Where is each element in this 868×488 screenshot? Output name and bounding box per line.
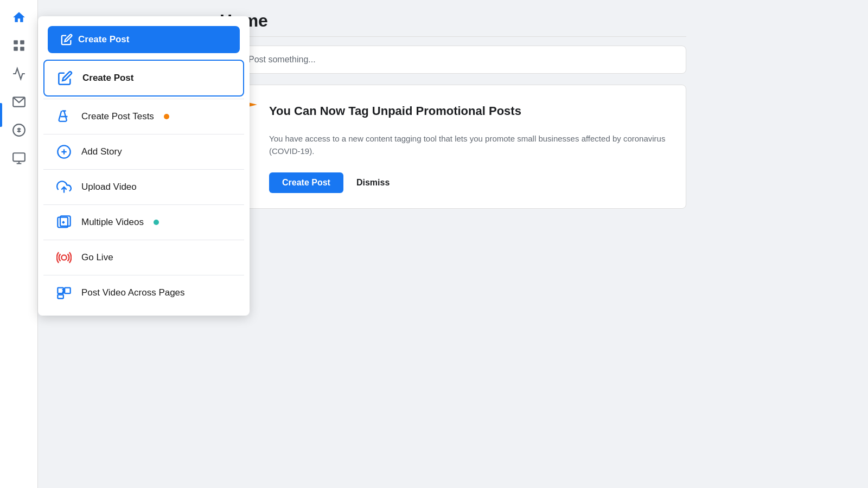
cross-post-icon	[54, 283, 74, 303]
sidebar	[0, 0, 38, 488]
promo-header: You Can Now Tag Unpaid Promotional Posts	[235, 98, 671, 124]
post-bar-placeholder: Post something...	[248, 55, 316, 65]
sidebar-item-monetization[interactable]	[7, 118, 31, 142]
promo-dismiss-button[interactable]: Dismiss	[352, 172, 394, 193]
plus-circle-icon	[54, 142, 74, 162]
edit-icon	[55, 68, 75, 88]
menu-item-create-post-label: Create Post	[82, 73, 133, 84]
active-indicator	[0, 103, 2, 127]
svg-rect-20	[58, 295, 63, 299]
promo-actions: Create Post Dismiss	[235, 172, 671, 193]
post-something-bar[interactable]: Post something...	[220, 46, 686, 74]
menu-item-create-post[interactable]: Create Post	[43, 60, 244, 97]
promo-create-post-button[interactable]: Create Post	[269, 172, 343, 193]
svg-rect-7	[13, 153, 25, 161]
multi-video-icon	[54, 213, 74, 232]
svg-point-17	[61, 255, 66, 260]
menu-item-create-post-tests-label: Create Post Tests	[81, 111, 154, 122]
menu-item-go-live[interactable]: Go Live	[43, 240, 244, 275]
menu-item-add-story[interactable]: Add Story	[43, 134, 244, 169]
svg-rect-3	[20, 47, 24, 51]
promo-title: You Can Now Tag Unpaid Promotional Posts	[269, 104, 521, 118]
live-icon	[54, 248, 74, 267]
menu-item-multiple-videos[interactable]: Multiple Videos	[43, 204, 244, 240]
multiple-videos-badge	[154, 220, 159, 225]
svg-rect-1	[20, 40, 24, 44]
flask-icon	[54, 107, 74, 126]
create-post-tests-badge	[164, 114, 169, 119]
promo-body: You have access to a new content tagging…	[235, 133, 671, 157]
page-title: Home	[220, 0, 686, 37]
svg-rect-2	[14, 47, 18, 51]
svg-rect-19	[65, 288, 71, 294]
menu-item-upload-video-label: Upload Video	[81, 182, 137, 192]
create-post-top-button[interactable]: Create Post	[48, 26, 240, 53]
menu-item-multiple-videos-label: Multiple Videos	[81, 217, 144, 228]
menu-item-post-video-across-pages-label: Post Video Across Pages	[81, 287, 185, 298]
menu-item-post-video-across-pages[interactable]: Post Video Across Pages	[43, 275, 244, 310]
promo-card: You Can Now Tag Unpaid Promotional Posts…	[220, 85, 686, 209]
sidebar-item-activity[interactable]	[7, 62, 31, 86]
menu-item-create-post-tests[interactable]: Create Post Tests	[43, 99, 244, 134]
sidebar-item-pages[interactable]	[7, 34, 31, 57]
create-post-dropdown: Create Post Create Post Create Post Test…	[38, 16, 250, 316]
svg-rect-0	[14, 40, 18, 44]
menu-item-add-story-label: Add Story	[81, 146, 122, 157]
menu-item-upload-video[interactable]: Upload Video	[43, 169, 244, 204]
sidebar-item-inbox[interactable]	[7, 90, 31, 114]
sidebar-item-media[interactable]	[7, 146, 31, 170]
menu-item-go-live-label: Go Live	[81, 252, 113, 263]
upload-icon	[54, 177, 74, 197]
sidebar-item-home[interactable]	[7, 5, 31, 29]
